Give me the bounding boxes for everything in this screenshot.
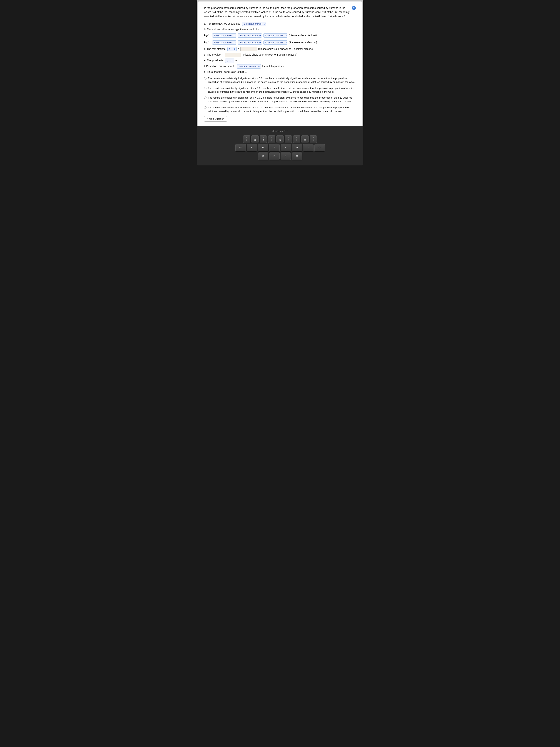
key-7[interactable]: & 7: [285, 135, 292, 143]
radio-group: The results are statistically insignific…: [204, 77, 356, 113]
key-5[interactable]: % 5: [268, 135, 275, 143]
part-e-dropdown-wrapper: ?: [225, 58, 234, 63]
h0-label: H0:: [204, 33, 211, 38]
h1-dropdown1-wrapper: Select an answer: [212, 41, 236, 45]
radio-option-2: The results are statistically significan…: [204, 86, 356, 94]
part-f-suffix: the null hypothesis.: [262, 64, 284, 68]
part-a-row: a. For this study, we should use Select …: [204, 22, 356, 26]
alpha-symbol: α: [235, 58, 237, 62]
radio-input-2[interactable]: [204, 87, 207, 89]
screen-area: ↻ Is the proportion of wildfires caused …: [197, 0, 363, 126]
part-a-dropdown-wrapper: Select an answer: [242, 22, 266, 26]
h1-dropdown2[interactable]: Select an answer: [238, 41, 262, 45]
part-e-dropdown[interactable]: ?: [225, 58, 234, 63]
part-e-label: e. The p-value is: [204, 58, 223, 62]
h1-row: H1: Select an answer Select an answer Se…: [204, 40, 356, 45]
h1-dropdown3[interactable]: Select an answer: [263, 41, 287, 45]
radio-input-1[interactable]: [204, 77, 207, 79]
key-row-numbers: @ 2 # 3 $ 4 % 5 ^ 6 & 7: [243, 135, 317, 143]
radio-text-2: The results are statistically significan…: [208, 86, 356, 94]
key-t[interactable]: T: [269, 144, 279, 151]
part-c-note: (please show your answer to 3 decimal pl…: [258, 47, 313, 51]
h1-dropdown1[interactable]: Select an answer: [212, 41, 236, 45]
key-g[interactable]: G: [292, 153, 302, 160]
key-o[interactable]: O: [315, 144, 325, 151]
h0-dropdown1-wrapper: Select an answer: [212, 33, 236, 37]
part-c-dropdown-wrapper: ?: [228, 47, 237, 51]
key-s[interactable]: S: [258, 153, 268, 160]
key-0[interactable]: ) 0: [310, 135, 317, 143]
bottom-bar: [197, 165, 363, 169]
key-e[interactable]: E: [247, 144, 257, 151]
part-a-dropdown[interactable]: Select an answer: [242, 22, 266, 26]
part-e-row: e. The p-value is ? α: [204, 58, 356, 63]
key-i[interactable]: I: [303, 144, 314, 151]
test-statistic-input[interactable]: [240, 47, 257, 51]
radio-text-1: The results are statistically insignific…: [208, 77, 356, 84]
part-b-row: b. The null and alternative hypotheses w…: [204, 27, 356, 31]
part-f-row: f. Based on this, we should select an an…: [204, 64, 356, 69]
key-w[interactable]: W: [235, 144, 246, 151]
h0-dropdown2[interactable]: Select an answer: [238, 33, 262, 37]
part-d-note: (Please show your answer to 4 decimal pl…: [242, 53, 297, 57]
key-d[interactable]: D: [269, 153, 279, 160]
h1-dropdown3-wrapper: Select an answer: [263, 41, 287, 45]
key-2[interactable]: @ 2: [243, 135, 250, 143]
key-y[interactable]: Y: [281, 144, 291, 151]
key-u[interactable]: U: [292, 144, 302, 151]
part-f-dropdown[interactable]: select an answer: [237, 64, 261, 69]
radio-input-4[interactable]: [204, 106, 207, 109]
part-g-label: g. Thus, the final conclusion is that ..…: [204, 70, 247, 74]
radio-option-1: The results are statistically insignific…: [204, 77, 356, 84]
h1-decimal-note: (Please enter a decimal): [289, 41, 317, 45]
part-f-label: f. Based on this, we should: [204, 64, 235, 68]
radio-option-3: The results are statistically significan…: [204, 96, 356, 104]
h0-dropdown3-wrapper: Select an answer: [263, 33, 287, 37]
key-4[interactable]: $ 4: [260, 135, 267, 143]
part-c-row: c. The test statistic ? = (please show y…: [204, 47, 356, 51]
h0-row: H0: Select an answer Select an answer Se…: [204, 33, 356, 38]
key-r[interactable]: R: [258, 144, 268, 151]
content-page: ↻ Is the proportion of wildfires caused …: [198, 1, 362, 126]
h0-dropdown3[interactable]: Select an answer: [263, 33, 287, 37]
h1-label: H1:: [204, 40, 211, 45]
key-row-asdf: S D F G: [258, 153, 302, 160]
key-f[interactable]: F: [281, 153, 291, 160]
macbook-label: MacBook Pro: [198, 130, 362, 132]
part-b-label: b. The null and alternative hypotheses w…: [204, 27, 260, 31]
part-d-row: d. The p-value = (Please show your answe…: [204, 53, 356, 57]
equals-sign: =: [238, 47, 239, 51]
refresh-button[interactable]: ↻: [352, 6, 356, 10]
part-d-label: d. The p-value =: [204, 53, 223, 57]
part-f-dropdown-wrapper: select an answer: [237, 64, 261, 69]
radio-input-3[interactable]: [204, 97, 207, 99]
radio-text-3: The results are statistically significan…: [208, 96, 356, 104]
keyboard: @ 2 # 3 $ 4 % 5 ^ 6 & 7: [198, 135, 362, 160]
h0-decimal-note: (please enter a decimal): [289, 33, 317, 37]
radio-option-4: The results are statistically insignific…: [204, 106, 356, 113]
key-row-qwerty: W E R T Y U I O: [235, 144, 325, 151]
key-8[interactable]: * 8: [293, 135, 300, 143]
next-question-button[interactable]: > Next Question: [204, 116, 227, 122]
p-value-input[interactable]: [224, 53, 241, 57]
key-6[interactable]: ^ 6: [276, 135, 284, 143]
radio-text-4: The results are statistically insignific…: [208, 106, 356, 113]
part-g-row: g. Thus, the final conclusion is that ..…: [204, 70, 356, 74]
part-a-label: a. For this study, we should use: [204, 22, 240, 26]
key-9[interactable]: ( 9: [301, 135, 309, 143]
part-c-label: c. The test statistic: [204, 47, 225, 51]
key-3[interactable]: # 3: [251, 135, 259, 143]
keyboard-area: MacBook Pro @ 2 # 3 $ 4 % 5 ^ 6: [197, 126, 363, 165]
part-c-dropdown[interactable]: ?: [228, 47, 237, 51]
question-text: Is the proportion of wildfires caused by…: [204, 6, 356, 18]
h0-dropdown1[interactable]: Select an answer: [212, 33, 236, 37]
h1-dropdown2-wrapper: Select an answer: [238, 41, 262, 45]
h0-dropdown2-wrapper: Select an answer: [238, 33, 262, 37]
